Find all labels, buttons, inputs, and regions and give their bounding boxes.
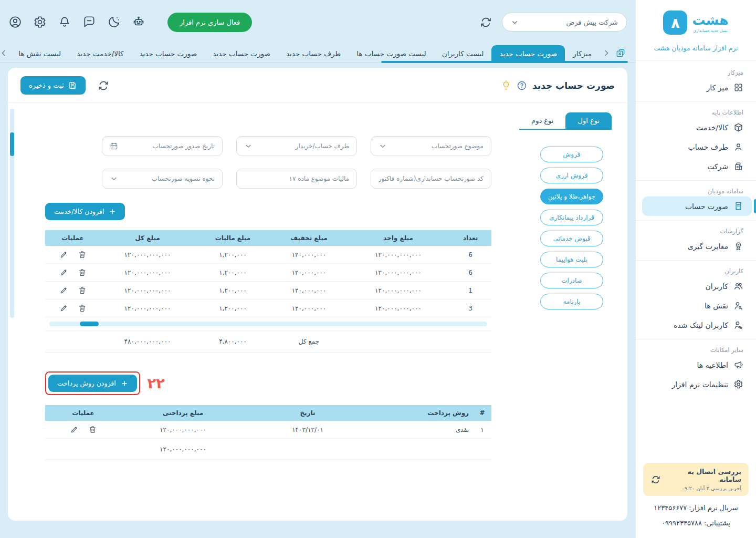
payments-total-amount: ۱۲۰,۰۰۰,۰۰۰,۰۰۰ — [121, 439, 245, 460]
sidebar-item-reconciliation[interactable]: مغایرت گیری — [636, 236, 756, 256]
section-label-basic-info: اطلاعات پایه — [636, 105, 756, 118]
sidebar-item-account-party[interactable]: طرف حساب — [636, 137, 756, 157]
person-key-icon — [733, 301, 743, 311]
tab-new-invoice-3[interactable]: صورت حساب جدید — [132, 45, 205, 62]
calendar-icon — [110, 142, 118, 150]
sidebar-item-label: کاربران — [706, 282, 728, 291]
user-icon[interactable] — [8, 15, 22, 29]
delete-icon[interactable] — [88, 425, 97, 434]
refresh-icon[interactable] — [650, 474, 661, 485]
col-payment-method: روش پرداخت — [371, 405, 473, 421]
brand-tagline: نسل جدید حسابداری — [692, 28, 728, 33]
category-contracting-button[interactable]: قرارداد پیمانکاری — [540, 210, 603, 225]
sidebar-item-label: طرف حساب — [688, 143, 728, 151]
tab-invoices-list[interactable]: لیست صورت حساب ها — [349, 45, 434, 62]
sidebar-item-invoice[interactable]: صورت حساب — [642, 196, 752, 216]
tab-type-two[interactable]: نوع دوم — [519, 112, 565, 129]
sidebar-item-announcements[interactable]: اطلاعیه ها — [636, 355, 756, 375]
add-payment-method-button[interactable]: افزودن روش پرداخت — [48, 375, 137, 392]
invoice-code-input[interactable] — [379, 175, 484, 182]
sidebar-item-linked-users[interactable]: کاربران لینک شده — [636, 315, 756, 335]
scroll-tabs-left-icon[interactable] — [0, 48, 8, 58]
open-tabs-bar: میزکار صورت حساب جدید لیست کاربران لیست … — [0, 44, 635, 63]
tab-desk[interactable]: میزکار — [565, 45, 600, 62]
sidebar-item-label: اطلاعیه ها — [697, 361, 728, 369]
help-icon[interactable] — [517, 80, 527, 91]
sidebar-item-users[interactable]: کاربران — [636, 276, 756, 296]
tab-new-account-party[interactable]: طرف حساب جدید — [278, 45, 349, 62]
article17-tax-input[interactable] — [244, 175, 349, 182]
support-phone: پشتیبانی: ۰۹۹۹۲۳۴۵۷۸۸ — [636, 515, 756, 531]
sidebar-item-roles[interactable]: نقش ها — [636, 296, 756, 315]
col-quantity: تعداد — [449, 230, 491, 246]
category-currency-sales-button[interactable]: فروش ارزی — [540, 168, 603, 183]
buyer-select[interactable]: طرف حساب/خریدار — [236, 136, 357, 156]
company-select[interactable]: شرکت پیش فرض — [502, 13, 627, 32]
form-refresh-icon[interactable] — [97, 79, 110, 92]
tab-new-goods-service[interactable]: کالا/خدمت جدید — [69, 45, 131, 62]
sidebar-item-label: میز کار — [706, 84, 728, 92]
add-goods-service-button[interactable]: افزودن کالا/خدمت — [45, 203, 125, 220]
dashboard-icon — [733, 82, 743, 92]
section-label-desk: میزکار — [636, 65, 756, 78]
tab-new-invoice-2[interactable]: صورت حساب جدید — [205, 45, 278, 62]
chevron-down-icon — [110, 174, 118, 183]
sidebar-item-desk[interactable]: میز کار — [636, 78, 756, 97]
lightbulb-icon[interactable] — [501, 80, 511, 91]
activate-software-button[interactable]: فعال سازی نرم افزار — [167, 13, 252, 32]
vertical-scrollbar[interactable] — [10, 109, 14, 318]
chatbot-icon[interactable] — [132, 15, 145, 29]
messages-icon[interactable] — [82, 15, 96, 29]
delete-icon[interactable] — [78, 304, 87, 313]
items-horizontal-scrollbar[interactable] — [49, 322, 487, 326]
edit-icon[interactable] — [59, 304, 68, 313]
company-refresh-icon[interactable] — [479, 16, 492, 29]
delete-icon[interactable] — [78, 286, 87, 295]
badge-icon — [733, 241, 743, 251]
category-bill-of-lading-button[interactable]: بارنامه — [540, 294, 603, 309]
close-all-tabs-icon[interactable] — [615, 48, 626, 58]
category-utility-bills-button[interactable]: قبوض خدماتی — [540, 231, 603, 246]
delete-icon[interactable] — [78, 250, 87, 259]
sidebar-menu: میزکار میز کار اطلاعات پایه کالا/خدمت — [636, 61, 756, 459]
edit-icon[interactable] — [70, 425, 79, 434]
payment-row: ۱ نقدی ۱۴۰۳/۱۲/۰۱ ۱۲۰,۰۰۰,۰۰۰,۰۰۰ — [45, 421, 491, 439]
items-total-amount: ۴۸۰,۰۰۰,۰۰۰,۰۰۰ — [100, 331, 195, 353]
sidebar-item-settings[interactable]: تنظیمات نرم افزار — [636, 375, 756, 394]
connection-check-title: بررسی اتصال به سامانه — [666, 468, 741, 483]
gear-icon — [733, 379, 743, 389]
connection-check-box[interactable]: بررسی اتصال به سامانه آخرین بررسی ۳ آبان… — [643, 463, 749, 496]
items-total-row: جمع کل ۴,۸۰۰,۰۰۰ ۴۸۰,۰۰۰,۰۰۰,۰۰۰ — [45, 331, 491, 353]
edit-icon[interactable] — [59, 268, 68, 277]
invoice-fields: موضوع صورتحساب طرف حساب/خریدار — [45, 136, 491, 189]
sidebar-item-goods-services[interactable]: کالا/خدمت — [636, 118, 756, 137]
article17-tax-field[interactable] — [236, 169, 357, 189]
tab-type-one[interactable]: نوع اول — [565, 112, 612, 129]
scroll-tabs-right-icon[interactable] — [602, 48, 611, 58]
sidebar-item-label: کاربران لینک شده — [674, 321, 728, 329]
item-row: 1 ۱۲۰,۰۰۰,۰۰۰,۰۰۰ ۱۲۰,۰۰۰,۰۰۰ ۱,۲۰۰,۰۰۰ … — [45, 282, 491, 299]
category-airplane-ticket-button[interactable]: بلیت هواپیما — [540, 252, 603, 267]
col-discount-amount: مبلغ تخفیف — [271, 230, 347, 246]
edit-icon[interactable] — [59, 250, 68, 259]
invoice-code-field[interactable] — [371, 169, 491, 189]
settings-icon[interactable] — [33, 15, 47, 29]
dark-mode-icon[interactable] — [107, 15, 121, 29]
invoice-subject-select[interactable]: موضوع صورتحساب — [371, 136, 491, 156]
tab-new-invoice-active[interactable]: صورت حساب جدید — [491, 45, 565, 62]
delete-icon[interactable] — [78, 268, 87, 277]
notifications-icon[interactable] — [58, 15, 71, 29]
category-sales-button[interactable]: فروش — [540, 147, 603, 162]
sidebar-item-company[interactable]: شرکت — [636, 157, 756, 176]
annotation-highlight-box: افزودن روش پرداخت — [45, 371, 140, 395]
tab-users-list[interactable]: لیست کاربران — [434, 45, 492, 62]
company-select-value: شرکت پیش فرض — [566, 18, 618, 26]
items-total-label: جمع کل — [271, 331, 347, 353]
tab-roles-list[interactable]: لیست نقش ها — [10, 45, 69, 62]
category-exports-button[interactable]: صادرات — [540, 273, 603, 288]
save-button[interactable]: ثبت و ذخیره — [20, 76, 86, 95]
issue-date-field[interactable]: تاریخ صدور صورتحساب — [102, 136, 223, 156]
edit-icon[interactable] — [59, 286, 68, 295]
category-gold-jewelry-button[interactable]: جواهر،طلا و پلاتین — [540, 189, 603, 204]
settlement-method-select[interactable]: نحوه تسویه صورتحساب — [102, 169, 223, 189]
